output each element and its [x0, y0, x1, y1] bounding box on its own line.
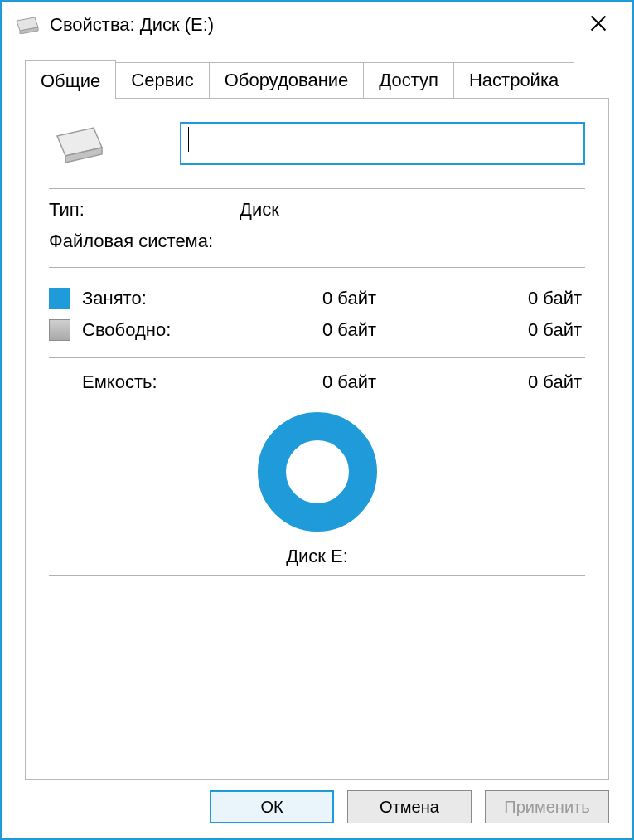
free-human: 0 байт — [472, 319, 585, 341]
drive-icon — [51, 124, 105, 163]
free-label: Свободно: — [82, 319, 322, 341]
tab-general[interactable]: Общие — [25, 60, 116, 99]
close-icon — [588, 13, 608, 33]
properties-window: Свойства: Диск (E:) Общие Сервис Оборудо… — [0, 0, 634, 840]
tab-panel-general: Тип: Диск Файловая система: Занято: 0 ба… — [25, 98, 609, 780]
free-swatch-icon — [49, 319, 70, 341]
filesystem-label: Файловая система: — [49, 231, 240, 252]
text-caret — [188, 127, 189, 152]
drive-icon — [13, 16, 40, 34]
divider — [49, 575, 585, 576]
close-button[interactable] — [579, 11, 617, 39]
tab-hardware[interactable]: Оборудование — [209, 62, 365, 98]
divider — [49, 188, 585, 189]
spacer — [49, 371, 70, 393]
capacity-bytes: 0 байт — [322, 371, 472, 393]
capacity-label: Емкость: — [82, 371, 322, 393]
donut-label: Диск E: — [49, 546, 585, 567]
client-area: Общие Сервис Оборудование Доступ Настрой… — [2, 48, 632, 838]
free-bytes: 0 байт — [322, 319, 472, 341]
tabstrip: Общие Сервис Оборудование Доступ Настрой… — [25, 58, 609, 98]
cancel-button[interactable]: Отмена — [347, 790, 472, 823]
usage-donut-chart — [49, 410, 585, 539]
dialog-footer: ОК Отмена Применить — [25, 780, 609, 823]
window-title: Свойства: Диск (E:) — [50, 14, 579, 36]
used-bytes: 0 байт — [322, 288, 472, 309]
tab-tools[interactable]: Сервис — [115, 62, 209, 98]
tab-sharing[interactable]: Доступ — [363, 62, 454, 98]
divider — [49, 357, 585, 358]
used-human: 0 байт — [472, 288, 585, 309]
used-label: Занято: — [82, 288, 322, 309]
svg-point-4 — [272, 426, 363, 517]
used-swatch-icon — [49, 288, 70, 309]
apply-button: Применить — [485, 790, 609, 823]
tab-customize[interactable]: Настройка — [453, 62, 574, 98]
volume-name-input[interactable] — [180, 122, 585, 165]
ok-button[interactable]: ОК — [210, 790, 334, 823]
divider — [49, 267, 585, 268]
type-label: Тип: — [49, 199, 240, 221]
type-value: Диск — [240, 199, 279, 221]
titlebar: Свойства: Диск (E:) — [2, 2, 632, 48]
capacity-human: 0 байт — [472, 371, 585, 393]
